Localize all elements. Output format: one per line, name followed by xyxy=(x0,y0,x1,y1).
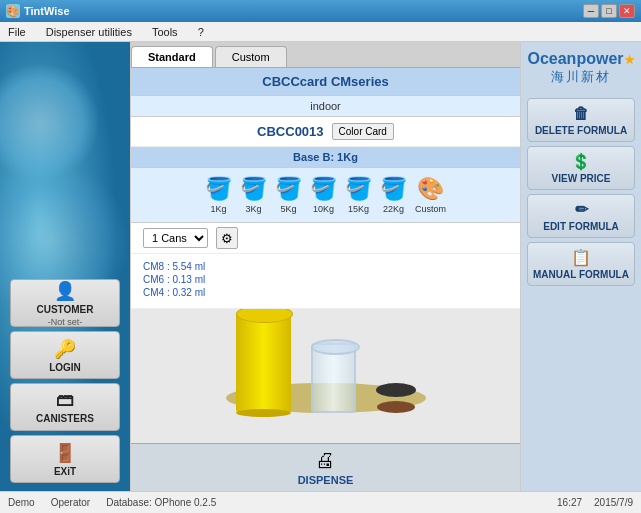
can-size-15kg[interactable]: 🪣 15Kg xyxy=(345,176,372,214)
edit-formula-icon: ✏ xyxy=(575,200,588,219)
tab-bar: Standard Custom xyxy=(131,42,520,68)
can-label-10kg: 10Kg xyxy=(313,204,334,214)
customer-label: CUSTOMER xyxy=(36,304,93,315)
brand-cean: ceanpower xyxy=(540,50,624,67)
can-label-22kg: 22Kg xyxy=(383,204,404,214)
cylinder-yellow xyxy=(236,313,291,413)
status-date: 2015/7/9 xyxy=(594,497,633,508)
ingredients-area: CM8 : 5.54 ml CM6 : 0.13 ml CM4 : 0.32 m… xyxy=(131,254,520,309)
customer-icon: 👤 xyxy=(54,280,76,302)
can-icon-3kg: 🪣 xyxy=(240,176,267,201)
brand-ocean: O xyxy=(527,50,539,67)
dispense-label: DISPENSE xyxy=(298,474,354,486)
tab-custom[interactable]: Custom xyxy=(215,46,287,67)
formula-code: CBCC0013 xyxy=(257,124,323,139)
canisters-button[interactable]: 🗃 CANISTERS xyxy=(10,383,120,431)
can-icon-wrap-1kg: 🪣 xyxy=(205,176,232,202)
can-size-22kg[interactable]: 🪣 22Kg xyxy=(380,176,407,214)
formula-series: CBCCcard CMseries xyxy=(131,68,520,96)
can-size-10kg[interactable]: 🪣 10Kg xyxy=(310,176,337,214)
brand-logo: Oceanpower★ 海川新材 xyxy=(527,50,634,86)
brand-name: Oceanpower★ xyxy=(527,50,634,68)
ingredient-cm4: CM4 : 0.32 ml xyxy=(143,286,508,299)
title-bar-left: 🎨 TintWise xyxy=(6,4,70,18)
tab-standard[interactable]: Standard xyxy=(131,46,213,67)
status-demo: Demo xyxy=(8,497,35,508)
settings-button[interactable]: ⚙ xyxy=(216,227,238,249)
can-label-3kg: 3Kg xyxy=(245,204,261,214)
status-operator: Operator xyxy=(51,497,90,508)
can-label-custom: Custom xyxy=(415,204,446,214)
can-icon-wrap-15kg: 🪣 xyxy=(345,176,372,202)
status-bar: Demo Operator Database: OPhone 0.2.5 16:… xyxy=(0,491,641,513)
right-sidebar: Oceanpower★ 海川新材 🗑 DELETE FORMULA 💲 VIEW… xyxy=(521,42,641,491)
canisters-icon: 🗃 xyxy=(56,390,74,411)
formula-type: indoor xyxy=(131,96,520,117)
can-label-5kg: 5Kg xyxy=(280,204,296,214)
exit-label: EXiT xyxy=(54,466,76,477)
brand-star: ★ xyxy=(624,53,635,67)
status-time: 16:27 xyxy=(557,497,582,508)
close-button[interactable]: ✕ xyxy=(619,4,635,18)
dispense-icon: 🖨 xyxy=(315,449,335,472)
formula-code-row: CBCC0013 Color Card xyxy=(131,117,520,147)
menu-tools[interactable]: Tools xyxy=(148,26,182,38)
can-icon-15kg: 🪣 xyxy=(345,176,372,201)
canisters-label: CANISTERS xyxy=(36,413,94,424)
ingredient-cm8: CM8 : 5.54 ml xyxy=(143,260,508,273)
can-size-1kg[interactable]: 🪣 1Kg xyxy=(205,176,232,214)
can-icon-wrap-custom: 🎨 xyxy=(417,176,444,202)
dispense-button[interactable]: 🖨 DISPENSE xyxy=(298,449,354,486)
color-card-button[interactable]: Color Card xyxy=(332,123,394,140)
can-icon-wrap-5kg: 🪣 xyxy=(275,176,302,202)
customer-sub: -Not set- xyxy=(48,317,83,327)
menu-bar: File Dispenser utilities Tools ? xyxy=(0,22,641,42)
dispense-area: 🖨 DISPENSE xyxy=(131,443,520,491)
view-price-button[interactable]: 💲 VIEW PRICE xyxy=(527,146,635,190)
manual-formula-icon: 📋 xyxy=(571,248,591,267)
login-button[interactable]: 🔑 LOGIN xyxy=(10,331,120,379)
manual-formula-button[interactable]: 📋 MANUAL FORMULA xyxy=(527,242,635,286)
can-size-custom[interactable]: 🎨 Custom xyxy=(415,176,446,214)
menu-file[interactable]: File xyxy=(4,26,30,38)
base-row: Base B: 1Kg xyxy=(131,147,520,168)
view-price-icon: 💲 xyxy=(571,152,591,171)
can-icon-wrap-10kg: 🪣 xyxy=(310,176,337,202)
can-sizes-row: 🪣 1Kg 🪣 3Kg 🪣 5Kg xyxy=(131,168,520,223)
edit-formula-button[interactable]: ✏ EDIT FORMULA xyxy=(527,194,635,238)
settings-icon: ⚙ xyxy=(221,231,233,246)
menu-dispenser-utilities[interactable]: Dispenser utilities xyxy=(42,26,136,38)
can-size-5kg[interactable]: 🪣 5Kg xyxy=(275,176,302,214)
exit-button[interactable]: 🚪 EXiT xyxy=(10,435,120,483)
delete-formula-button[interactable]: 🗑 DELETE FORMULA xyxy=(527,98,635,142)
can-icon-1kg: 🪣 xyxy=(205,176,232,201)
window-controls[interactable]: ─ □ ✕ xyxy=(583,4,635,18)
app-icon: 🎨 xyxy=(6,4,20,18)
view-price-label: VIEW PRICE xyxy=(552,173,611,184)
status-left: Demo Operator Database: OPhone 0.2.5 xyxy=(8,497,216,508)
customer-button[interactable]: 👤 CUSTOMER -Not set- xyxy=(10,279,120,327)
app-body: 👤 CUSTOMER -Not set- 🔑 LOGIN 🗃 CANISTERS… xyxy=(0,42,641,491)
disk-dark xyxy=(376,383,416,397)
can-size-3kg[interactable]: 🪣 3Kg xyxy=(240,176,267,214)
can-label-1kg: 1Kg xyxy=(210,204,226,214)
center-content: Standard Custom CBCCcard CMseries indoor… xyxy=(130,42,521,491)
left-sidebar: 👤 CUSTOMER -Not set- 🔑 LOGIN 🗃 CANISTERS… xyxy=(0,42,130,491)
maximize-button[interactable]: □ xyxy=(601,4,617,18)
formula-area: CBCCcard CMseries indoor CBCC0013 Color … xyxy=(131,68,520,491)
menu-help[interactable]: ? xyxy=(194,26,208,38)
app-title: TintWise xyxy=(24,5,70,17)
minimize-button[interactable]: ─ xyxy=(583,4,599,18)
manual-formula-label: MANUAL FORMULA xyxy=(533,269,629,280)
can-icon-10kg: 🪣 xyxy=(310,176,337,201)
can-label-15kg: 15Kg xyxy=(348,204,369,214)
login-icon: 🔑 xyxy=(54,338,76,360)
status-database: Database: OPhone 0.2.5 xyxy=(106,497,216,508)
delete-formula-icon: 🗑 xyxy=(573,105,589,123)
cans-select[interactable]: 1 Cans 2 Cans 3 Cans xyxy=(143,228,208,248)
status-right: 16:27 2015/7/9 xyxy=(557,497,633,508)
ingredient-cm6: CM6 : 0.13 ml xyxy=(143,273,508,286)
disk-brown xyxy=(377,401,415,413)
can-icon-wrap-22kg: 🪣 xyxy=(380,176,407,202)
login-label: LOGIN xyxy=(49,362,81,373)
